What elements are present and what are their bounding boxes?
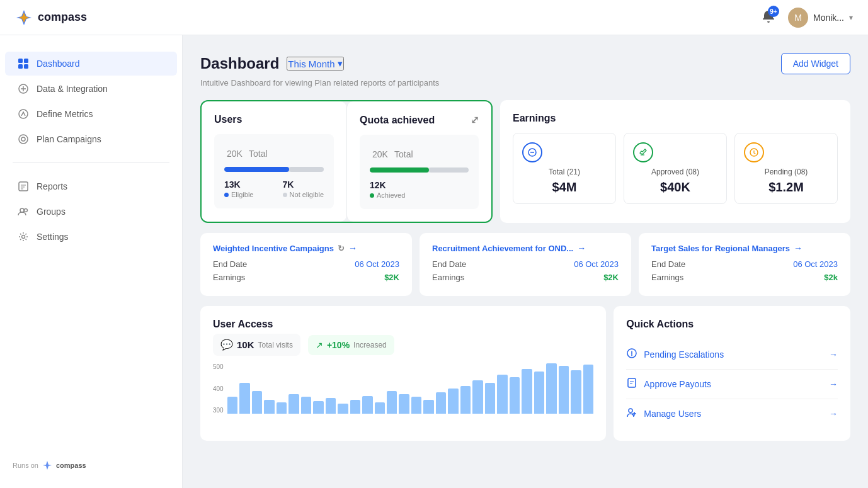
svg-point-9 [21, 137, 25, 141]
users-eligible-label: Eligible [224, 191, 253, 198]
campaigns-row: Weighted Incentive Campaigns ↻ → End Dat… [200, 233, 850, 296]
logo-area: compass [15, 9, 87, 26]
bar-22 [497, 375, 507, 414]
campaign-arrow-1[interactable]: → [577, 243, 586, 253]
users-inner: 20K Total 13K [214, 134, 334, 208]
not-eligible-dot [283, 193, 287, 197]
pending-earnings-icon [744, 142, 764, 162]
sidebar-item-dashboard[interactable]: Dashboard [5, 52, 177, 76]
campaign-title-0: Weighted Incentive Campaigns ↻ → [213, 243, 399, 253]
sidebar-divider [13, 162, 169, 163]
plan-campaigns-icon [18, 133, 29, 145]
expand-icon[interactable]: ⤢ [471, 114, 479, 126]
bar-19 [460, 386, 471, 414]
sidebar-item-groups[interactable]: Groups [5, 200, 177, 224]
sidebar-item-plan-campaigns[interactable]: Plan Campaigns [5, 127, 177, 151]
page-subtitle: Intuitive Dashboard for viewing Plan rel… [200, 78, 850, 88]
bar-26 [546, 363, 556, 414]
users-progress-eligible [224, 167, 289, 172]
total-earnings-value: $4M [522, 180, 607, 195]
campaign-card-1: Recruitment Achievement for OND... → End… [420, 233, 631, 296]
svg-rect-4 [18, 64, 23, 69]
bar-21 [485, 383, 495, 414]
sidebar-item-reports[interactable]: Reports [5, 174, 177, 198]
quota-progress-achieved [370, 167, 429, 173]
campaign-arrow-2[interactable]: → [794, 243, 802, 253]
campaign-title-2: Target Sales for Regional Managers → [651, 243, 838, 253]
bar-16 [423, 400, 433, 414]
users-widget-title: Users [214, 114, 334, 125]
widgets-row: Users 20K Total [200, 100, 850, 223]
users-not-eligible-count: 7K [283, 179, 324, 190]
increase-box: ↗ +10% Increased [308, 335, 394, 355]
bar-14 [399, 394, 409, 414]
sidebar-label-data-integration: Data & Integration [37, 84, 108, 94]
notifications-button[interactable]: 9+ [759, 7, 778, 28]
pending-escalations-arrow: → [829, 349, 838, 360]
earnings-grid: Total (21) $4M Approved (08) $40K [513, 133, 838, 204]
add-widget-button[interactable]: Add Widget [781, 53, 850, 74]
users-eligible-count: 13K [224, 179, 253, 190]
page-title-row: Dashboard This Month ▾ [200, 55, 344, 72]
compass-small-icon [42, 460, 52, 470]
campaign-row-earnings-1: Earnings $2K [432, 273, 619, 282]
total-visits-box: 💬 10K Total visits [213, 334, 300, 356]
approve-payouts-arrow: → [829, 379, 838, 389]
runs-on-brand: compass [56, 462, 86, 469]
svg-point-8 [19, 135, 28, 144]
groups-icon [18, 206, 29, 217]
bar-8 [326, 398, 336, 414]
campaign-card-0: Weighted Incentive Campaigns ↻ → End Dat… [200, 233, 412, 296]
increase-pct: +10% [327, 340, 350, 350]
qa-item-pending-escalations[interactable]: Pending Escalations → [626, 340, 838, 370]
qa-pending-escalations-left: Pending Escalations [626, 348, 724, 361]
svg-marker-14 [43, 461, 52, 470]
user-menu-button[interactable]: M Monik... ▾ [788, 8, 853, 28]
bar-7 [313, 401, 323, 414]
chat-icon: 💬 [220, 339, 233, 351]
earnings-widget: Earnings Total (21) $4M Approve [500, 100, 850, 223]
notification-badge: 9+ [768, 6, 779, 17]
bar-13 [387, 391, 397, 414]
bar-2 [252, 391, 262, 414]
qa-manage-users-left: Manage Users [626, 407, 701, 421]
sidebar-item-settings[interactable]: Settings [5, 225, 177, 249]
quota-achieved-count: 12K [370, 180, 405, 190]
campaign-arrow-0[interactable]: → [348, 243, 357, 253]
earning-item-total: Total (21) $4M [513, 133, 616, 204]
earning-item-pending: Pending (08) $1.2M [734, 133, 838, 204]
bar-5 [288, 394, 299, 414]
manage-users-icon [626, 407, 637, 421]
bar-29 [583, 365, 593, 414]
bar-11 [362, 396, 372, 414]
quota-widget: Quota achieved ⤢ 20K Total [346, 101, 491, 222]
approved-earnings-value: $40K [633, 180, 717, 195]
pending-earnings-value: $1.2M [744, 180, 828, 195]
app-layout: Dashboard Data & Integration Define Metr… [0, 35, 868, 488]
bar-23 [510, 377, 520, 414]
runs-on-text: Runs on [13, 462, 38, 469]
approve-payouts-icon [626, 377, 637, 391]
data-integration-icon [18, 83, 29, 94]
users-progress-bar [224, 167, 324, 172]
qa-approve-payouts-left: Approve Payouts [626, 377, 711, 391]
bottom-row: User Access 💬 10K Total visits ↗ +10% In… [200, 306, 850, 441]
svg-rect-10 [19, 182, 28, 191]
users-not-eligible-label: Not eligible [283, 191, 324, 198]
month-filter-button[interactable]: This Month ▾ [287, 57, 343, 71]
svg-point-11 [20, 208, 24, 212]
total-visits-value: 10K [237, 339, 254, 350]
eligible-dot [224, 193, 229, 197]
sidebar-section-main: Dashboard Data & Integration Define Metr… [0, 45, 182, 157]
bar-1 [239, 383, 249, 414]
users-progress-not-eligible [289, 167, 324, 172]
total-earnings-icon [522, 142, 542, 162]
bar-6 [301, 397, 311, 414]
sidebar-item-define-metrics[interactable]: Define Metrics [5, 102, 177, 126]
quota-widget-title: Quota achieved ⤢ [360, 114, 479, 126]
qa-item-manage-users[interactable]: Manage Users → [626, 399, 838, 428]
sidebar-item-data-integration[interactable]: Data & Integration [5, 77, 177, 101]
qa-item-approve-payouts[interactable]: Approve Payouts → [626, 370, 838, 399]
campaign-row-enddate-1: End Date 06 Oct 2023 [432, 259, 619, 269]
chevron-down-icon: ▾ [338, 58, 343, 69]
